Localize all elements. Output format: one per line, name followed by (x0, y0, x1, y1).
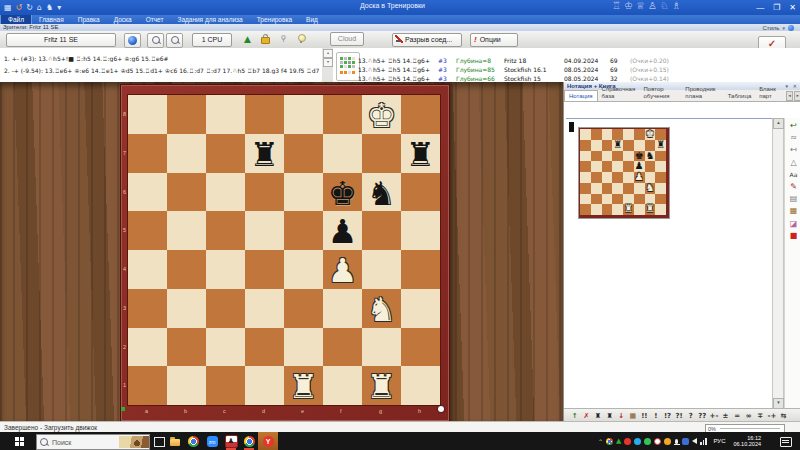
square-h3[interactable] (401, 289, 440, 328)
menu-tab-6[interactable]: Тренировка (250, 15, 299, 24)
square-a3[interactable] (128, 289, 167, 328)
side-tool-icon-4[interactable]: Aa (790, 170, 798, 179)
annotation-symbol-0[interactable]: ↑ (569, 410, 581, 422)
quick-icon-3[interactable]: ⌂ (37, 1, 42, 14)
square-h2[interactable] (401, 328, 440, 367)
side-tool-icon-9[interactable]: ■ (790, 231, 798, 240)
side-tool-icon-2[interactable]: ↤ (790, 145, 797, 154)
network-icon[interactable] (700, 438, 708, 445)
side-tool-icon-0[interactable]: ↩ (790, 121, 797, 130)
telegram-tray-icon[interactable] (634, 438, 641, 445)
notation-tab-1[interactable]: Справочная база (598, 84, 640, 101)
chevron-down-icon[interactable]: ▾ (782, 25, 785, 31)
square-c2[interactable] (206, 328, 245, 367)
square-a4[interactable] (128, 250, 167, 289)
side-tool-icon-1[interactable]: ≈ (790, 133, 797, 142)
yandex-button[interactable]: Y (258, 432, 278, 450)
disconnect-button[interactable]: Разрыв соед... (392, 33, 462, 47)
square-a1[interactable] (128, 366, 167, 405)
square-g7[interactable] (362, 134, 401, 173)
taskbar-search-input[interactable]: Поиск (36, 434, 150, 450)
square-d8[interactable] (245, 95, 284, 134)
square-e7[interactable] (284, 134, 323, 173)
black-p-piece-f5[interactable]: ♟ (323, 213, 362, 252)
scroll-up-icon[interactable]: ▲ (773, 118, 784, 129)
square-c5[interactable] (206, 211, 245, 250)
square-b6[interactable] (167, 173, 206, 212)
square-e6[interactable] (284, 173, 323, 212)
square-d6[interactable] (245, 173, 284, 212)
whatsapp-tray-icon[interactable] (644, 438, 651, 445)
square-a6[interactable] (128, 173, 167, 212)
annotation-symbol-7[interactable]: ! (650, 410, 662, 422)
square-e8[interactable] (284, 95, 323, 134)
square-d1[interactable] (245, 366, 284, 405)
square-d4[interactable] (245, 250, 284, 289)
options-button[interactable]: !Опции (470, 33, 518, 47)
notation-tab-0[interactable]: Нотация (564, 90, 598, 101)
annotation-symbol-18[interactable]: ⇆ (778, 410, 790, 422)
tab-scroll-icon-1[interactable]: ▸ (794, 91, 800, 101)
help-icon[interactable] (788, 25, 794, 31)
square-f1[interactable] (323, 366, 362, 405)
square-g4[interactable] (362, 250, 401, 289)
file-explorer-button[interactable] (168, 435, 182, 448)
square-e3[interactable] (284, 289, 323, 328)
engine-row-2[interactable]: 13.♘h5+ ♖h5 14.♖g6+#3Глубина=66Stockfish… (358, 75, 669, 83)
menu-tab-2[interactable]: Правка (71, 15, 107, 24)
clock[interactable]: 16:12 06.10.2024 (733, 435, 761, 447)
square-a7[interactable] (128, 134, 167, 173)
chrome-button[interactable] (186, 435, 200, 448)
square-e4[interactable] (284, 250, 323, 289)
annotation-symbol-12[interactable]: +- (708, 410, 720, 422)
minimize-button[interactable]: — (756, 1, 764, 14)
browser-button[interactable] (242, 435, 256, 448)
square-b4[interactable] (167, 250, 206, 289)
zoom-app-button[interactable]: zm (205, 435, 219, 448)
menu-tab-7[interactable]: Вид (299, 15, 325, 24)
square-d3[interactable] (245, 289, 284, 328)
white-k-piece-g8[interactable]: ♚ (362, 97, 401, 136)
annotation-symbol-4[interactable]: ↓ (615, 410, 627, 422)
zoom-out-button[interactable] (166, 33, 183, 48)
maximize-button[interactable]: ❐ (773, 1, 780, 14)
annotation-symbol-16[interactable]: ∓ (755, 410, 767, 422)
square-g5[interactable] (362, 211, 401, 250)
black-n-piece-g6[interactable]: ♞ (362, 175, 401, 214)
white-p-piece-f4[interactable]: ♟ (323, 252, 362, 291)
hidden-icons-chevron-icon[interactable]: ⌃ (598, 438, 603, 445)
menu-tab-5[interactable]: Задания для анализа (170, 15, 249, 24)
style-menu[interactable]: Стиль (762, 25, 779, 31)
annotation-symbol-10[interactable]: ? (685, 410, 697, 422)
language-indicator[interactable]: РУС (713, 438, 725, 444)
white-r-piece-g1[interactable]: ♜ (362, 368, 401, 407)
square-h1[interactable] (401, 366, 440, 405)
square-c8[interactable] (206, 95, 245, 134)
scroll-up-icon[interactable]: ▴ (323, 49, 333, 58)
quick-access-toolbar[interactable]: ▦↺↻⌂♞▾ (4, 1, 61, 14)
square-b3[interactable] (167, 289, 206, 328)
notation-tab-2[interactable]: Повтор обучения (640, 84, 682, 101)
annotation-symbol-8[interactable]: !? (662, 410, 674, 422)
menu-tab-4[interactable]: Отчет (139, 15, 171, 24)
black-r-piece-h7[interactable]: ♜ (401, 136, 440, 175)
annotation-symbol-1[interactable]: ✗ (581, 410, 593, 422)
cloud-button[interactable]: Cloud (330, 32, 364, 46)
annotation-symbol-3[interactable]: ♜ (604, 410, 616, 422)
annotation-symbol-15[interactable]: ∞ (743, 410, 755, 422)
hint-button[interactable] (294, 33, 309, 46)
task-view-button[interactable] (152, 435, 166, 448)
annotation-symbol-11[interactable]: ?? (697, 410, 709, 422)
square-b8[interactable] (167, 95, 206, 134)
engine-matrix-button[interactable] (336, 52, 360, 81)
takeback-button[interactable]: ▲ (240, 33, 255, 46)
quick-icon-5[interactable]: ▾ (57, 1, 61, 14)
square-h4[interactable] (401, 250, 440, 289)
yandex-tray-icon[interactable] (624, 438, 631, 445)
engine-row-0[interactable]: 13.♘h5+ ♖h5 14.♖g6+#3Глубина=8Fritz 1804… (358, 57, 669, 65)
search-highlight-image[interactable] (119, 436, 149, 448)
square-c3[interactable] (206, 289, 245, 328)
update-tray-icon[interactable]: ▲ (616, 438, 621, 445)
app-tray-icon[interactable] (664, 438, 671, 445)
chess-board[interactable]: ♚♜♜♚♞♟♟♞♜♜ 87654321 abcdefgh (120, 84, 450, 422)
